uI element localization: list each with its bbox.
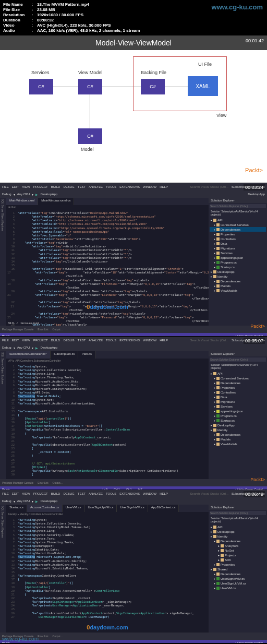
solution-root[interactable]: Solution 'SubscriptionAsAService' (4 of … bbox=[209, 209, 267, 217]
tree-item[interactable]: ▸ UserSignInVM.cs bbox=[210, 576, 266, 581]
editor-tab[interactable]: AccountController.cs bbox=[27, 505, 63, 512]
code-area[interactable]: 1"kw">using System;2"kw">using System.Co… bbox=[6, 364, 209, 478]
code-editor[interactable]: MainWindow.xamlMainWindow.xaml.cs ⊞ Grid… bbox=[6, 198, 209, 326]
tree-item[interactable]: ▸ Data bbox=[210, 395, 266, 399]
menu-item[interactable]: WINDOW bbox=[143, 492, 156, 495]
tree-item[interactable]: ▸ Dependencies bbox=[210, 380, 266, 385]
solution-explorer[interactable]: Solution Explorer Solution 'Subscription… bbox=[209, 351, 267, 479]
menu-bar[interactable]: FILEEDITVIEWPROJECTBUILDDEBUGTESTANALYZE… bbox=[0, 490, 267, 497]
tree-item[interactable]: ▸ Migrations bbox=[210, 399, 266, 404]
menu-item[interactable]: HELP bbox=[160, 185, 168, 188]
tree-item[interactable]: ▸ Dependencies bbox=[210, 539, 266, 543]
explorer-search[interactable] bbox=[210, 511, 266, 515]
explorer-search[interactable] bbox=[210, 204, 266, 208]
menu-item[interactable]: PROJECT bbox=[33, 339, 48, 342]
menu-item[interactable]: TOOLS bbox=[106, 185, 116, 188]
menu-item[interactable]: EXTENSIONS bbox=[119, 185, 140, 188]
breadcrumb[interactable]: Identity ▸ Identity.Controllers.AccountC… bbox=[6, 512, 209, 517]
tree-item[interactable]: ▸ API bbox=[210, 524, 266, 529]
solution-explorer[interactable]: Solution Explorer Solution 'Subscription… bbox=[209, 505, 267, 633]
toolbar[interactable]: Debug▾ Any CPU▾ ▶DesktopApp bbox=[0, 344, 267, 351]
bottom-tab[interactable]: Error List bbox=[38, 328, 48, 331]
tree-item[interactable]: ▸ DesktopApp bbox=[210, 269, 266, 274]
tree-item[interactable]: ▸ Controllers bbox=[210, 236, 266, 241]
editor-tab[interactable]: Startup.cs bbox=[6, 505, 27, 512]
menu-item[interactable]: ANALYZE bbox=[89, 185, 103, 188]
breadcrumb[interactable]: API ▸ API.Controllers.SubscriptionsContr… bbox=[6, 359, 209, 364]
editor-tab[interactable]: UserSignInVM.cs bbox=[117, 505, 148, 512]
bottom-tab[interactable]: Output... bbox=[53, 328, 63, 331]
tree-item[interactable]: ▸ Properties bbox=[210, 385, 266, 390]
tree-item[interactable]: ▸ Identity bbox=[210, 534, 266, 539]
menu-item[interactable]: WINDOW bbox=[143, 185, 156, 188]
tree-item[interactable]: ▸ appsettings.json bbox=[210, 409, 266, 413]
code-editor[interactable]: Startup.csAccountController.csUserVM.csU… bbox=[6, 505, 209, 633]
tree-item[interactable]: ▸ Migrations bbox=[210, 246, 266, 251]
tree-item[interactable]: ▸ Dependencies bbox=[210, 227, 266, 232]
tree-item[interactable]: ▸ DesktopApp bbox=[210, 423, 266, 427]
menu-item[interactable]: DEBUG bbox=[63, 185, 74, 188]
editor-tabs[interactable]: SubscriptionsController.cs*Subscription.… bbox=[6, 351, 209, 359]
tree-item[interactable]: ▸ Services bbox=[210, 251, 266, 255]
editor-tab[interactable]: AppDbContext.cs bbox=[148, 505, 179, 512]
tree-item[interactable]: ▸ UserVM.cs bbox=[210, 586, 266, 590]
tree-item[interactable]: ▸ Dependencies bbox=[210, 571, 266, 576]
tree-item[interactable]: ▸ Identity bbox=[210, 427, 266, 432]
menu-item[interactable]: FILE bbox=[2, 339, 9, 342]
editor-tab[interactable]: UserSignUpVM.cs bbox=[84, 505, 117, 512]
menu-item[interactable]: BUILD bbox=[51, 339, 60, 342]
tree-item[interactable]: ▸ Models bbox=[210, 283, 266, 288]
menu-item[interactable]: VIEW bbox=[22, 492, 30, 495]
bottom-tab[interactable]: Output... bbox=[53, 481, 63, 484]
menu-item[interactable]: TOOLS bbox=[106, 339, 116, 342]
tree-item[interactable]: ▸ Controllers bbox=[210, 390, 266, 395]
toolbar[interactable]: Debug▾ Any CPU▾ ▶DesktopApp DesktopApp bbox=[0, 190, 267, 198]
solution-explorer[interactable]: Solution Explorer Solution 'Subscription… bbox=[209, 198, 267, 326]
tree-item[interactable]: ▸ DesktopApp bbox=[210, 529, 266, 534]
menu-item[interactable]: ANALYZE bbox=[89, 492, 103, 495]
menu-item[interactable]: EXTENSIONS bbox=[119, 492, 140, 495]
editor-tabs[interactable]: MainWindow.xamlMainWindow.xaml.cs bbox=[6, 198, 209, 205]
breadcrumb[interactable]: ⊞ Grid bbox=[6, 205, 209, 210]
tree-item[interactable]: ▸ API bbox=[210, 371, 266, 376]
tree-item[interactable]: ▸ Connected Services bbox=[210, 376, 266, 380]
editor-tab[interactable]: SubscriptionsController.cs* bbox=[6, 351, 51, 359]
editor-tab[interactable]: Plan.cs bbox=[78, 351, 95, 359]
editor-tab[interactable]: MainWindow.xaml bbox=[6, 198, 38, 205]
tree-item[interactable]: ▸ Startup.cs bbox=[210, 265, 266, 269]
menu-item[interactable]: EDIT bbox=[12, 339, 19, 342]
editor-tabs[interactable]: Startup.csAccountController.csUserVM.csU… bbox=[6, 505, 209, 512]
bottom-tabs[interactable]: Package Manager ConsoleError ListOutput.… bbox=[0, 633, 267, 640]
menu-bar[interactable]: FILEEDITVIEWPROJECTBUILDDEBUGTESTANALYZE… bbox=[0, 183, 267, 190]
sql-explorer-tab[interactable]: SQL Server Object Explorer bbox=[0, 505, 6, 633]
menu-item[interactable]: BUILD bbox=[51, 492, 60, 495]
tree-item[interactable]: ▸ Dependencies bbox=[210, 432, 266, 437]
menu-item[interactable]: PROJECT bbox=[33, 185, 48, 188]
bottom-tab[interactable]: Output... bbox=[53, 635, 63, 638]
sql-explorer-tab[interactable]: SQL Server Object Explorer bbox=[0, 351, 6, 479]
menu-item[interactable]: DEBUG bbox=[63, 492, 74, 495]
menu-item[interactable]: TEST bbox=[78, 185, 86, 188]
menu-item[interactable]: EXTENSIONS bbox=[119, 339, 140, 342]
tree-item[interactable]: ▸ Startup.cs bbox=[210, 418, 266, 423]
solution-root[interactable]: Solution 'SubscriptionAsAService' (4 of … bbox=[209, 363, 267, 370]
code-area[interactable]: 1"kw">using System;2"kw">using System.Co… bbox=[6, 517, 209, 620]
tree-item[interactable]: ▸ ViewModels bbox=[210, 288, 266, 293]
tree-item[interactable]: ▸ Data bbox=[210, 241, 266, 246]
menu-item[interactable]: EDIT bbox=[12, 185, 19, 188]
tree-item[interactable]: ▸ Services bbox=[210, 404, 266, 409]
solution-root[interactable]: Solution 'SubscriptionAsAService' (4 of … bbox=[209, 516, 267, 523]
menu-item[interactable]: HELP bbox=[160, 492, 168, 495]
menu-item[interactable]: BUILD bbox=[51, 185, 60, 188]
bottom-tabs[interactable]: Package Manager ConsoleError ListOutput.… bbox=[0, 326, 267, 333]
tree-item[interactable]: ▸ Identity bbox=[210, 274, 266, 279]
tree-item[interactable]: ▸ Connected Services bbox=[210, 222, 266, 227]
sql-explorer-tab[interactable]: SQL Server Object Explorer bbox=[0, 198, 6, 326]
bottom-tab[interactable]: Error List bbox=[38, 635, 48, 638]
tree-item[interactable]: ▸ ViewModels bbox=[210, 442, 266, 446]
tree-item[interactable]: ▸ Properties bbox=[210, 562, 266, 567]
tree-item[interactable]: ▸ Analyzers bbox=[210, 543, 266, 548]
editor-tab[interactable]: Subscription.cs bbox=[51, 351, 79, 359]
menu-item[interactable]: PROJECT bbox=[33, 492, 48, 495]
menu-item[interactable]: DEBUG bbox=[63, 339, 74, 342]
